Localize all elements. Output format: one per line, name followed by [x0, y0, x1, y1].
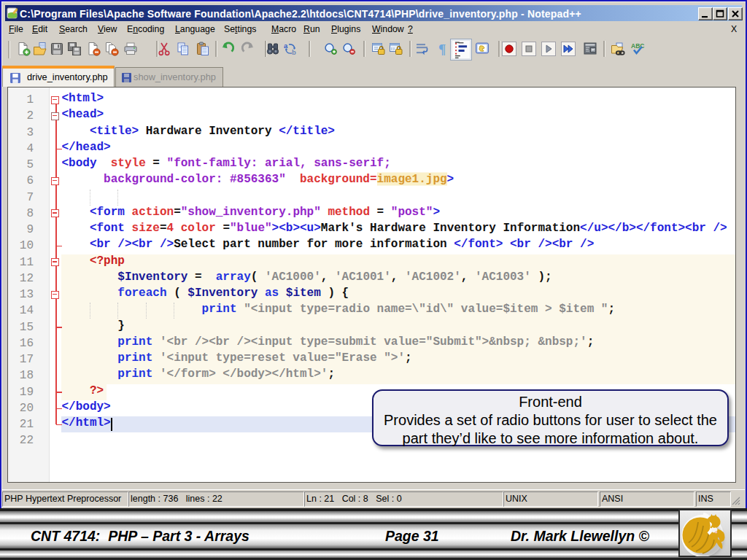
svg-text:b: b — [292, 48, 296, 56]
svg-text:a: a — [284, 42, 288, 50]
svg-text:ABC: ABC — [631, 42, 644, 50]
svg-text:¶: ¶ — [438, 42, 446, 56]
